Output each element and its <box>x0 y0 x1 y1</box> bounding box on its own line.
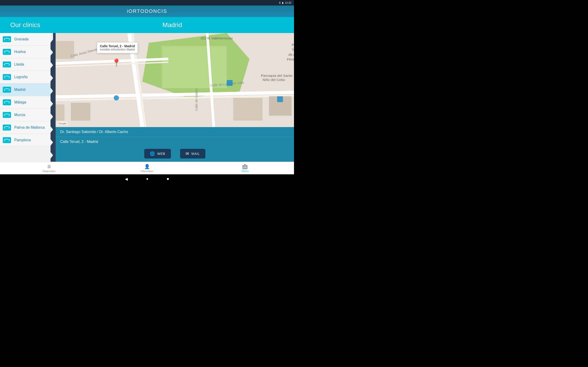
clinic-icon <box>3 125 11 131</box>
recent-button[interactable]: ■ <box>167 177 169 181</box>
clinic-list: Granada Huelva Lleida Logroño Madrid Mál… <box>0 33 51 162</box>
clinic-item-madrid[interactable]: Madrid <box>0 83 51 96</box>
app-title: iORTODONCIS <box>127 8 167 14</box>
clinic-icon <box>3 99 11 105</box>
clinic-item-palma[interactable]: Palma de Mallorca <box>0 121 51 134</box>
clinic-name: Logroño <box>14 75 28 79</box>
clinic-icon <box>3 49 11 55</box>
mail-label: MAIL <box>191 152 200 156</box>
signal-icon: E <box>279 1 281 4</box>
tooltip-subtitle: Invisible orthodontics Madrid <box>100 48 135 51</box>
clinics-icon: 🏥 <box>242 164 248 169</box>
svg-rect-11 <box>71 103 90 121</box>
time-display: 12:32 <box>285 1 291 4</box>
clinic-item-logrono[interactable]: Logroño <box>0 71 51 83</box>
svg-rect-12 <box>233 98 262 121</box>
clinic-item-pamplona[interactable]: Pamplona <box>0 134 51 147</box>
app-header: iORTODONCIS <box>0 6 294 17</box>
back-button[interactable]: ◀ <box>125 177 128 181</box>
clinic-icon <box>3 61 11 67</box>
nav-diagnostics[interactable]: 🖥 Diagnostics <box>0 162 98 174</box>
map-container[interactable]: Calle Jesús Maestro Calle de Lucio del V… <box>56 33 294 127</box>
map-panel: Calle Jesús Maestro Calle de Lucio del V… <box>56 33 294 162</box>
svg-text:Teniente: Teniente <box>292 48 294 52</box>
clinic-name: Huelva <box>14 50 26 54</box>
clinic-icon <box>3 112 11 118</box>
clinic-icon <box>3 36 11 42</box>
svg-rect-24 <box>277 96 283 102</box>
svg-text:Calle de Galileo: Calle de Galileo <box>195 88 198 111</box>
bottom-nav: 🖥 Diagnostics 👤 Information 🏥 Clinics <box>0 162 294 174</box>
clinic-icon <box>3 137 11 143</box>
web-icon: 🌐 <box>150 151 155 156</box>
mail-button[interactable]: ✉ MAIL <box>180 149 206 158</box>
svg-rect-2 <box>162 46 227 88</box>
clinic-name: Madrid <box>14 88 26 92</box>
city-title: Madrid <box>162 21 182 29</box>
svg-text:de Alcalde: de Alcalde <box>288 52 294 56</box>
clinic-item-malaga[interactable]: Málaga <box>0 96 51 109</box>
map-location-pin: 📍 <box>112 58 121 67</box>
clinic-name: Murcia <box>14 113 25 117</box>
web-label: WEB <box>157 152 165 156</box>
google-watermark: Google <box>57 122 67 125</box>
clinic-name: Granada <box>14 37 28 41</box>
address-row: Calle Teruel, 2 - Madrid <box>56 137 294 147</box>
battery-icon: ▮ <box>282 1 284 4</box>
map-tooltip: Calle Teruel, 2 - Madrid Invisible ortho… <box>97 42 138 53</box>
sub-header-left: Our clinics <box>0 21 51 29</box>
web-button[interactable]: 🌐 WEB <box>144 149 171 158</box>
information-label: Information <box>141 170 153 173</box>
clinic-item-murcia[interactable]: Murcia <box>0 109 51 121</box>
svg-rect-23 <box>227 80 233 86</box>
nav-clinics[interactable]: 🏥 Clinics <box>196 162 294 174</box>
home-button[interactable]: ● <box>146 177 148 181</box>
diagnostics-label: Diagnostics <box>43 170 56 173</box>
nav-information[interactable]: 👤 Information <box>98 162 196 174</box>
svg-text:Plaza del: Plaza del <box>292 43 294 47</box>
information-icon: 👤 <box>144 164 150 169</box>
svg-text:Pérez Pillado: Pérez Pillado <box>287 57 294 61</box>
tooltip-title: Calle Teruel, 2 - Madrid <box>100 44 135 48</box>
clinic-item-granada[interactable]: Granada <box>0 33 51 46</box>
clinics-label: Clinics <box>241 170 249 173</box>
action-buttons: 🌐 WEB ✉ MAIL <box>56 147 294 162</box>
sub-header: Our clinics Madrid <box>0 17 294 33</box>
diagnostics-icon: 🖥 <box>47 164 51 169</box>
clinic-icon <box>3 74 11 80</box>
clinic-name: Pamplona <box>14 138 31 142</box>
clinic-item-lleida[interactable]: Lleida <box>0 58 51 71</box>
status-bar: E ▮ 12:32 <box>0 0 294 6</box>
clinic-icon <box>3 87 11 93</box>
our-clinics-title: Our clinics <box>10 21 40 29</box>
clinic-info-panel: Dr. Santiago Saborido / Dr. Alberto Cach… <box>56 127 294 147</box>
android-nav: ◀ ● ■ <box>0 174 294 184</box>
clinic-item-huelva[interactable]: Huelva <box>0 46 51 58</box>
doctors-row: Dr. Santiago Saborido / Dr. Alberto Cach… <box>56 127 294 137</box>
svg-rect-10 <box>56 104 64 121</box>
clinic-name: Málaga <box>14 100 26 104</box>
clinic-name: Lleida <box>14 62 24 67</box>
sidebar-separator <box>51 33 56 162</box>
clinic-name: Palma de Mallorca <box>14 125 45 130</box>
svg-text:Niño del Cebú: Niño del Cebú <box>262 78 285 82</box>
sub-header-right: Madrid <box>51 21 294 29</box>
svg-point-22 <box>114 95 119 100</box>
mail-icon: ✉ <box>186 151 189 156</box>
main-content: Granada Huelva Lleida Logroño Madrid Mál… <box>0 33 294 162</box>
svg-text:Parroquia del Santo: Parroquia del Santo <box>261 74 292 77</box>
svg-text:GO fit Vallehermoso: GO fit Vallehermoso <box>201 36 233 40</box>
